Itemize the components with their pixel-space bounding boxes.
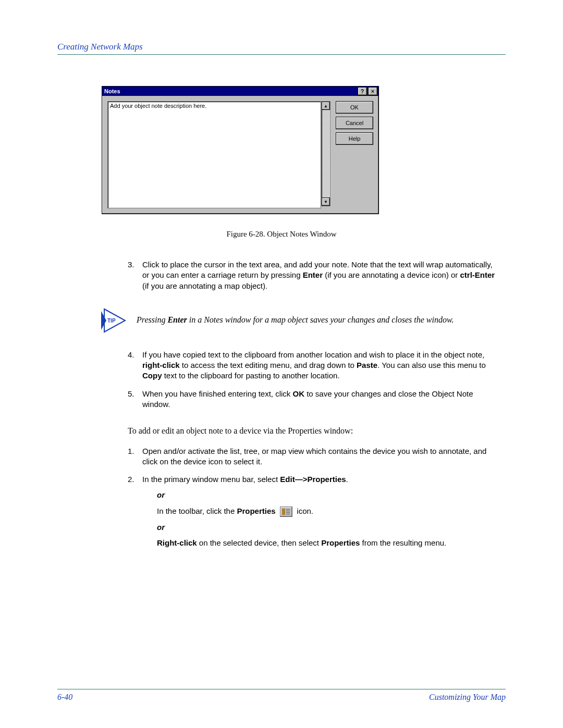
textarea-scrollbar[interactable]: ▲ ▼ (321, 101, 331, 206)
dialog-figure: Notes ? × Add your object note descripti… (102, 86, 506, 214)
properties-icon (280, 507, 292, 517)
figure-caption: Figure 6-28. Object Notes Window (57, 230, 506, 239)
help-icon[interactable]: ? (358, 87, 367, 95)
tip-callout: TIP Pressing Enter in a Notes window for… (99, 305, 506, 336)
list-item: 1. Open and/or activate the list, tree, … (128, 446, 495, 467)
scroll-up-icon[interactable]: ▲ (322, 102, 330, 110)
notes-textarea[interactable]: Add your object note description here. (107, 101, 321, 208)
page-footer: 6-40 Customizing Your Map (57, 689, 506, 702)
list-item: 5. When you have finished entering text,… (128, 389, 495, 410)
list-item: 2. In the primary window menu bar, selec… (128, 474, 495, 553)
or-label: or (157, 490, 495, 500)
footer-title: Customizing Your Map (429, 693, 506, 702)
or-label: or (157, 522, 495, 533)
svg-text:TIP: TIP (107, 318, 116, 324)
close-icon[interactable]: × (368, 87, 377, 95)
intro-text: To add or edit an object note to a devic… (128, 425, 495, 437)
notes-dialog: Notes ? × Add your object note descripti… (102, 86, 379, 214)
dialog-title: Notes (103, 88, 357, 94)
list-item: 3. Click to place the cursor in the text… (128, 260, 495, 291)
ok-button[interactable]: OK (336, 101, 373, 114)
tip-icon: TIP (99, 305, 130, 336)
help-button[interactable]: Help (336, 132, 373, 145)
page-header: Creating Network Maps (57, 42, 506, 55)
alt-instruction: Right-click on the selected device, then… (157, 538, 495, 548)
list-item: 4. If you have copied text to the clipbo… (128, 350, 495, 381)
page-number: 6-40 (57, 693, 72, 702)
cancel-button[interactable]: Cancel (336, 117, 373, 129)
scroll-down-icon[interactable]: ▼ (322, 198, 330, 206)
dialog-titlebar: Notes ? × (102, 87, 378, 96)
alt-instruction: In the toolbar, click the Properties ico… (157, 506, 495, 517)
section-title: Creating Network Maps (57, 42, 143, 52)
